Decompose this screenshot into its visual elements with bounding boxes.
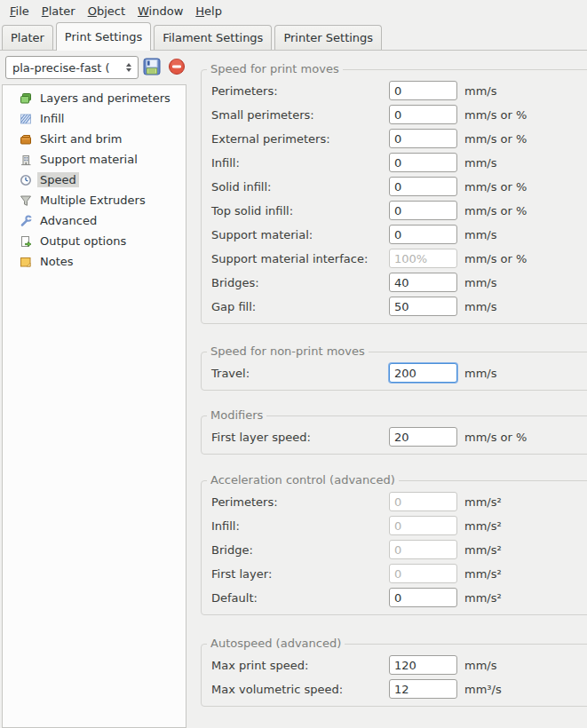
sidebar-item-advanced[interactable]: Advanced [3, 210, 186, 231]
setting-row-infill: Infill: mm/s [211, 153, 587, 172]
setting-unit: mm/s or % [464, 431, 527, 444]
bridges-speed-input[interactable] [389, 273, 457, 292]
setting-label: Infill: [211, 519, 389, 533]
sidebar-item-label: Speed [37, 172, 79, 187]
setting-row-small-perimeters: Small perimeters: mm/s or % [211, 105, 587, 124]
travel-speed-input[interactable] [389, 363, 457, 383]
sidebar-item-multiple-extruders[interactable]: Multiple Extruders [3, 190, 186, 210]
sidebar-item-layers-and-perimeters[interactable]: Layers and perimeters [3, 88, 186, 108]
setting-label: Bridges: [211, 276, 389, 289]
setting-label: Small perimeters: [211, 108, 389, 122]
bridge-accel-input [389, 540, 457, 559]
preset-combobox[interactable]: pla-precise-fast ( [5, 56, 139, 79]
menu-file-rest: ile [16, 4, 29, 18]
infill-speed-input[interactable] [389, 153, 457, 172]
menu-window-key: W [138, 4, 149, 18]
preset-combobox-value: pla-precise-fast ( [6, 61, 120, 75]
setting-label: Max volumetric speed: [211, 683, 389, 696]
setting-label: Perimeters: [211, 495, 389, 509]
perimeters-speed-input[interactable] [389, 81, 457, 100]
setting-row-gap-fill: Gap fill: mm/s [211, 297, 587, 316]
tab-printer-settings[interactable]: Printer Settings [274, 25, 382, 50]
support-material-icon [20, 154, 32, 166]
setting-unit: mm/s² [464, 495, 502, 509]
extruders-funnel-icon [20, 194, 32, 207]
menu-window-rest: indow [149, 4, 184, 18]
setting-unit: mm/s [464, 300, 496, 313]
setting-unit: mm/s or % [464, 180, 527, 194]
setting-label: Default: [211, 591, 389, 605]
setting-row-bridges: Bridges: mm/s [211, 273, 587, 292]
speed-clock-icon [20, 174, 32, 186]
sidebar-item-speed[interactable]: Speed [3, 170, 186, 190]
setting-unit: mm/s² [464, 567, 502, 581]
tab-print-settings[interactable]: Print Settings [56, 22, 151, 51]
setting-row-top-solid-infill: Top solid infill: mm/s or % [211, 201, 587, 220]
infill-accel-input [389, 516, 457, 535]
setting-label: Solid infill: [211, 180, 389, 194]
tab-plater[interactable]: Plater [2, 25, 53, 50]
setting-unit: mm/s [464, 228, 496, 241]
group-speed-for-print-moves: Speed for print moves Perimeters: mm/s S… [201, 69, 587, 324]
first-layer-accel-input [389, 564, 457, 583]
max-volumetric-speed-input[interactable] [389, 679, 457, 699]
setting-row-infill-accel: Infill: mm/s² [211, 516, 587, 535]
skirt-brim-icon [20, 133, 32, 146]
tab-bar: Plater Print Settings Filament Settings … [0, 21, 587, 51]
setting-unit: mm/s² [464, 519, 502, 533]
menu-bar: File Plater Object Window Help [0, 0, 587, 21]
delete-preset-button[interactable] [167, 57, 186, 76]
layers-icon [20, 92, 32, 105]
top-solid-infill-speed-input[interactable] [389, 201, 457, 220]
default-accel-input[interactable] [389, 588, 457, 607]
group-title: Speed for non-print moves [207, 344, 369, 358]
menu-object-rest: bject [97, 4, 125, 18]
tab-filament-settings[interactable]: Filament Settings [154, 25, 272, 50]
notes-icon [20, 256, 32, 268]
setting-row-solid-infill: Solid infill: mm/s or % [211, 177, 587, 196]
sidebar-item-notes[interactable]: Notes [3, 251, 186, 272]
support-material-speed-input[interactable] [389, 225, 457, 244]
first-layer-speed-input[interactable] [389, 427, 457, 447]
menu-file[interactable]: File [4, 3, 36, 20]
menu-help[interactable]: Help [189, 3, 228, 20]
sidebar-item-output-options[interactable]: Output options [3, 231, 186, 251]
setting-row-default-accel: Default: mm/s² [211, 588, 587, 607]
perimeters-accel-input [389, 492, 457, 511]
setting-row-perimeters-accel: Perimeters: mm/s² [211, 492, 587, 511]
setting-row-support-material: Support material: mm/s [211, 225, 587, 244]
setting-label: Bridge: [211, 543, 389, 557]
group-title: Modifiers [207, 408, 266, 422]
sidebar-item-infill[interactable]: Infill [3, 108, 186, 129]
setting-label: First layer: [211, 567, 389, 581]
setting-row-first-layer-accel: First layer: mm/s² [211, 564, 587, 583]
group-autospeed: Autospeed (advanced) Max print speed: mm… [201, 644, 587, 707]
setting-unit: mm/s² [464, 591, 502, 605]
menu-plater[interactable]: Plater [36, 3, 82, 20]
sidebar-item-label: Advanced [37, 213, 99, 228]
menu-plater-key: P [42, 4, 49, 18]
group-title: Autospeed (advanced) [207, 637, 345, 650]
max-print-speed-input[interactable] [389, 655, 457, 675]
gap-fill-speed-input[interactable] [389, 297, 457, 316]
solid-infill-speed-input[interactable] [389, 177, 457, 196]
sidebar-item-label: Notes [37, 254, 76, 269]
speed-settings-panel: Speed for print moves Perimeters: mm/s S… [201, 51, 587, 707]
menu-window[interactable]: Window [131, 3, 189, 20]
menu-object[interactable]: Object [82, 3, 131, 20]
setting-unit: mm/s or % [464, 204, 527, 218]
setting-label: Support material: [211, 228, 389, 241]
sidebar-item-support-material[interactable]: Support material [3, 149, 186, 170]
small-perimeters-speed-input[interactable] [389, 105, 457, 124]
sidebar-item-label: Layers and perimeters [37, 91, 173, 106]
external-perimeters-speed-input[interactable] [389, 129, 457, 148]
setting-row-max-volumetric-speed: Max volumetric speed: mm³/s [211, 679, 587, 699]
setting-label: Support material interface: [211, 252, 389, 265]
setting-label: Top solid infill: [211, 204, 389, 218]
group-title: Speed for print moves [207, 62, 343, 75]
setting-unit: mm/s or % [464, 132, 527, 146]
save-preset-button[interactable] [142, 57, 162, 76]
group-title: Acceleration control (advanced) [207, 473, 399, 487]
setting-label: Travel: [211, 367, 389, 380]
sidebar-item-skirt-and-brim[interactable]: Skirt and brim [3, 129, 186, 149]
